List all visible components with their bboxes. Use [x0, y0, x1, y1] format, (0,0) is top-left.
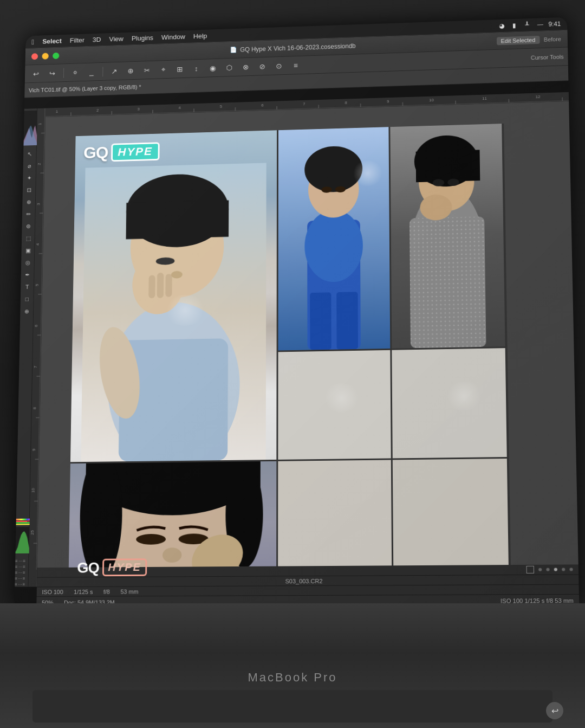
hype-badge-2: HYPE	[102, 558, 147, 576]
spotlight-mid-center	[323, 383, 360, 412]
tool-10[interactable]: ⊘	[255, 59, 270, 74]
photo-cell-mid-right	[392, 348, 506, 458]
color-bar-yellow	[15, 524, 30, 525]
document-icon: 📄	[230, 47, 237, 53]
gq-text-2: GQ	[77, 559, 99, 576]
menu-3d[interactable]: 3D	[93, 36, 101, 43]
crop-tool[interactable]: ⊡	[23, 184, 35, 196]
tool-5[interactable]: ⊞	[173, 62, 187, 76]
tool-6[interactable]: ↕	[189, 61, 204, 76]
bottom-controls: ↩	[546, 702, 563, 719]
svg-rect-80	[416, 150, 480, 182]
wifi-icon: ◕	[497, 22, 506, 30]
screen-bezel:  Select Filter 3D View Plugins Window H…	[14, 17, 579, 608]
layer-row-5: ≡ ⋯ ≡	[15, 582, 28, 587]
photo-cell-top-right	[390, 124, 505, 349]
nav-box[interactable]	[526, 566, 535, 574]
layer-num-2: ≡	[23, 564, 25, 569]
menu-plugins[interactable]: Plugins	[132, 34, 153, 42]
canvas-area[interactable]: GQ HYPE	[37, 101, 579, 587]
tool-7[interactable]: ◉	[205, 61, 220, 75]
text-tool[interactable]: T	[22, 281, 33, 293]
menu-bar-right: ◕ ▮ ┸ ⸻ 9:41	[497, 20, 561, 30]
histogram-bottom	[14, 527, 30, 553]
macbook-label: MacBook Pro	[248, 671, 337, 685]
gq-text-1: GQ	[83, 143, 108, 162]
layer-num-4: ≡	[23, 576, 25, 581]
svg-text:7: 7	[33, 366, 38, 368]
svg-text:11: 11	[482, 96, 487, 101]
svg-text:25: 25	[30, 530, 35, 535]
minimize-button[interactable]	[42, 53, 48, 59]
brush-tool[interactable]: ✏	[23, 208, 34, 220]
tool-8[interactable]: ⬡	[222, 60, 237, 75]
menu-window[interactable]: Window	[161, 33, 185, 41]
redo-btn[interactable]: ↪	[45, 66, 60, 80]
menu-view[interactable]: View	[109, 35, 123, 43]
undo-btn[interactable]: ↩	[29, 67, 43, 81]
svg-text:12: 12	[536, 94, 541, 99]
svg-text:5: 5	[220, 104, 222, 109]
apple-menu[interactable]: 	[31, 38, 34, 46]
menu-select[interactable]: Select	[42, 37, 62, 46]
person-figure-1	[70, 163, 277, 462]
tool-2[interactable]: ⊕	[123, 63, 138, 78]
svg-text:4: 4	[35, 243, 40, 246]
menu-filter[interactable]: Filter	[70, 36, 84, 44]
zoom-tool[interactable]: ⊕	[21, 306, 32, 317]
battery-icon: ▮	[510, 21, 519, 29]
svg-text:8: 8	[32, 407, 37, 409]
aperture-display: f/8	[103, 588, 110, 595]
heal-tool[interactable]: ⊕	[23, 196, 35, 208]
nav-dot-2	[546, 568, 549, 571]
maximize-button[interactable]	[53, 53, 59, 59]
menu-help[interactable]: Help	[193, 32, 207, 40]
pen-tool[interactable]: ✒	[22, 269, 33, 280]
auto-adjust-btn[interactable]: ⚙	[68, 65, 82, 79]
window-title: 📄 GQ Hype X Vich 16-06-2023.cosessiondb	[230, 42, 356, 54]
svg-text:8: 8	[345, 100, 347, 105]
svg-text:1: 1	[56, 109, 58, 114]
control-center-icon[interactable]: ⸻	[536, 20, 544, 28]
hype-badge-1: HYPE	[111, 142, 160, 162]
tool-1[interactable]: ↗	[107, 64, 122, 78]
layer-icon-1: ≡	[15, 559, 18, 564]
svg-text:6: 6	[34, 325, 38, 327]
nav-dot-5	[569, 568, 573, 571]
tool-4[interactable]: ⌖	[156, 62, 171, 77]
svg-text:6: 6	[261, 103, 263, 108]
photo-cell-main-left: GQ HYPE	[70, 130, 277, 462]
lasso-tool[interactable]: ⌀	[24, 160, 35, 172]
guides-btn[interactable]: ⎯	[84, 65, 99, 79]
back-button[interactable]: ↩	[546, 702, 563, 719]
svg-text:10: 10	[30, 488, 35, 493]
tool-9[interactable]: ⊗	[238, 60, 253, 74]
svg-rect-58	[148, 275, 155, 298]
svg-rect-65	[310, 292, 331, 350]
tool-11[interactable]: ⊙	[272, 59, 287, 73]
separator-1	[63, 68, 64, 78]
tool-12[interactable]: ≡	[288, 58, 303, 73]
photo-cell-top-center	[278, 127, 391, 350]
close-button[interactable]	[31, 53, 38, 60]
layer-row-3: ≡ ⋯ ≡	[15, 570, 28, 575]
layer-label-3: ⋯	[18, 570, 22, 575]
color-bar-red	[15, 521, 30, 522]
select-tool[interactable]: ↖	[24, 148, 35, 159]
magic-wand[interactable]: ✦	[24, 172, 35, 184]
file-name-display: S03_003.CR2	[285, 577, 322, 584]
iso-display: ISO 100	[42, 589, 63, 595]
layer-icon-5: ≡	[15, 582, 17, 587]
macbook-bottom: MacBook Pro ↩	[0, 603, 585, 728]
eraser-tool[interactable]: ⬚	[22, 233, 34, 244]
layer-icon-4: ≡	[15, 576, 17, 581]
shape-tool[interactable]: □	[21, 293, 32, 305]
spotlight-mid-right	[445, 381, 483, 411]
edit-selected-button[interactable]: Edit Selected	[497, 35, 540, 45]
clone-tool[interactable]: ⊚	[23, 221, 34, 232]
svg-text:2: 2	[96, 108, 99, 113]
dodge-tool[interactable]: ◎	[22, 257, 33, 268]
layer-row-2: ≡ ⋯ ≡	[15, 564, 28, 569]
gradient-tool[interactable]: ▣	[22, 244, 34, 256]
tool-3[interactable]: ✂	[140, 63, 154, 77]
